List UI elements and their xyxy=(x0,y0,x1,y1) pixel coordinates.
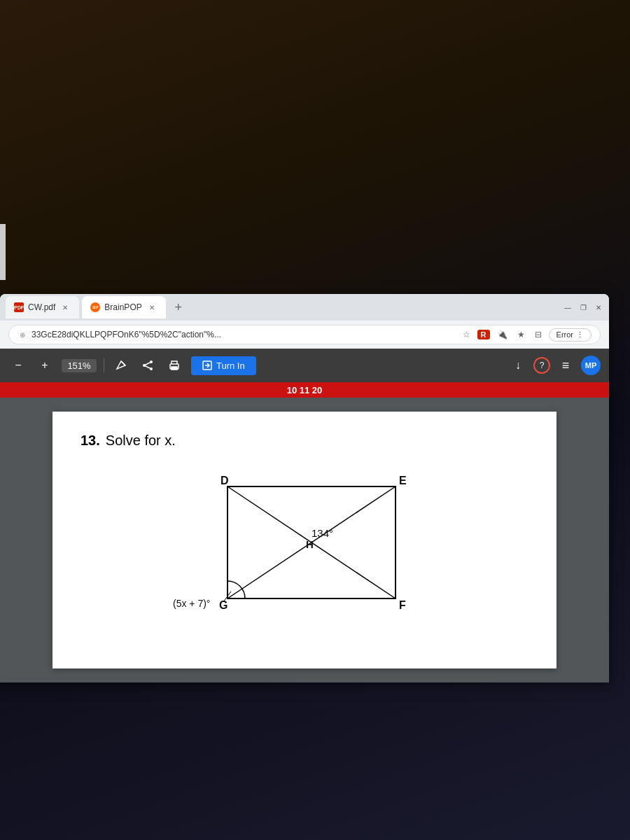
zoom-out-button[interactable]: − xyxy=(8,356,28,375)
new-tab-button[interactable]: + xyxy=(169,298,188,317)
download-icon[interactable]: ↓ xyxy=(508,356,528,375)
extension-icon[interactable]: 🔌 xyxy=(494,328,510,341)
zoom-level-display: 151% xyxy=(62,359,97,372)
cw-pdf-tab-label: CW.pdf xyxy=(28,302,55,312)
brainpop-tab-label: BrainPOP xyxy=(104,302,141,312)
cw-pdf-close-icon[interactable]: ✕ xyxy=(59,302,71,313)
pdf-toolbar: − + 151% xyxy=(0,349,609,382)
help-icon[interactable]: ? xyxy=(533,357,550,374)
brainpop-favicon: BP xyxy=(90,302,100,312)
print-icon[interactable] xyxy=(164,356,184,375)
svg-text:H: H xyxy=(306,538,314,550)
star-icon[interactable]: ☆ xyxy=(460,328,473,341)
restore-button[interactable]: ❐ xyxy=(578,302,588,312)
geometry-diagram: D E F G H 134° (5x + 7)° xyxy=(172,472,438,634)
svg-line-4 xyxy=(144,365,151,369)
svg-text:F: F xyxy=(399,599,406,611)
error-menu-icon: ⋮ xyxy=(576,330,584,340)
svg-text:G: G xyxy=(219,599,227,611)
problem-statement: 13. Solve for x. xyxy=(80,433,528,449)
share-icon[interactable] xyxy=(138,356,158,375)
error-label: Error xyxy=(556,330,573,339)
new-tab-icon: + xyxy=(174,300,182,315)
close-button[interactable]: ✕ xyxy=(594,302,603,312)
window-controls: — ❐ ✕ xyxy=(563,302,603,312)
address-bar-actions: ☆ R 🔌 ★ ⊟ Error ⋮ xyxy=(460,328,592,342)
left-page-edge xyxy=(0,224,6,280)
url-box[interactable]: ⊕ 33GcE28diQKLLPQPFOnK6"%5D%2C"action"%.… xyxy=(8,325,601,344)
address-bar: ⊕ 33GcE28diQKLLPQPFOnK6"%5D%2C"action"%.… xyxy=(0,321,609,349)
diagram-area: D E F G H 134° (5x + 7)° xyxy=(80,465,528,648)
minimize-button[interactable]: — xyxy=(563,302,573,312)
turn-in-button[interactable]: Turn In xyxy=(191,356,256,375)
problem-number: 13. xyxy=(80,433,100,449)
pdf-right-actions: ↓ ? ≡ MP xyxy=(508,356,601,375)
zoom-in-button[interactable]: + xyxy=(35,356,55,375)
cw-pdf-favicon: PDF xyxy=(14,302,24,312)
red-overlay-text: 10 11 20 xyxy=(287,385,323,396)
menu-icon[interactable]: ≡ xyxy=(556,356,575,375)
svg-line-3 xyxy=(144,362,151,365)
turn-in-label: Turn In xyxy=(216,360,245,371)
tab-brainpop[interactable]: BP BrainPOP ✕ xyxy=(82,296,165,318)
pdf-content-area: 13. Solve for x. D xyxy=(0,398,609,682)
svg-text:134°: 134° xyxy=(312,527,333,539)
brainpop-close-icon[interactable]: ✕ xyxy=(146,302,158,313)
pdf-page: 13. Solve for x. D xyxy=(52,412,556,668)
red-overlay-bar: 10 11 20 xyxy=(0,382,609,398)
title-bar: PDF CW.pdf ✕ BP BrainPOP ✕ + — ❐ ✕ xyxy=(0,294,609,321)
svg-text:E: E xyxy=(399,475,407,486)
bookmark-star-icon[interactable]: ★ xyxy=(514,328,528,341)
svg-text:D: D xyxy=(220,475,229,486)
user-avatar[interactable]: MP xyxy=(581,356,601,375)
problem-text: Solve for x. xyxy=(106,433,176,449)
reader-mode-icon[interactable]: ⊟ xyxy=(532,328,545,341)
url-text: 33GcE28diQKLLPQPFOnK6"%5D%2C"action"%... xyxy=(31,330,221,340)
tab-cw-pdf[interactable]: PDF CW.pdf ✕ xyxy=(6,296,79,318)
svg-rect-6 xyxy=(172,367,177,370)
error-button[interactable]: Error ⋮ xyxy=(549,328,592,342)
browser-window: PDF CW.pdf ✕ BP BrainPOP ✕ + — ❐ ✕ xyxy=(0,294,609,682)
annotate-icon[interactable] xyxy=(111,356,131,375)
svg-text:(5x + 7)°: (5x + 7)° xyxy=(173,598,210,609)
plus-circle-icon: ⊕ xyxy=(18,330,27,340)
toolbar-separator-1 xyxy=(104,358,104,372)
r-badge: R xyxy=(477,330,490,340)
